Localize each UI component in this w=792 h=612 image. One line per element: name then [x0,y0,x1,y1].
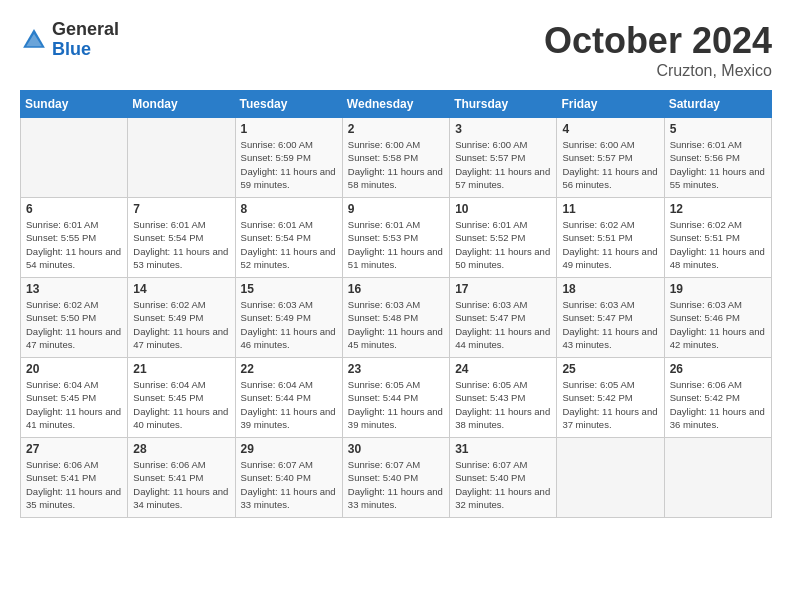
cell-info: Sunrise: 6:07 AMSunset: 5:40 PMDaylight:… [455,458,551,511]
page-header: General Blue October 2024 Cruzton, Mexic… [20,20,772,80]
day-number: 17 [455,282,551,296]
calendar-cell: 13Sunrise: 6:02 AMSunset: 5:50 PMDayligh… [21,278,128,358]
calendar-cell [21,118,128,198]
calendar-cell: 19Sunrise: 6:03 AMSunset: 5:46 PMDayligh… [664,278,771,358]
cell-info: Sunrise: 6:01 AMSunset: 5:56 PMDaylight:… [670,138,766,191]
calendar-cell: 31Sunrise: 6:07 AMSunset: 5:40 PMDayligh… [450,438,557,518]
calendar-cell: 6Sunrise: 6:01 AMSunset: 5:55 PMDaylight… [21,198,128,278]
day-number: 10 [455,202,551,216]
day-number: 4 [562,122,658,136]
header-row: Sunday Monday Tuesday Wednesday Thursday… [21,91,772,118]
calendar-week-5: 27Sunrise: 6:06 AMSunset: 5:41 PMDayligh… [21,438,772,518]
day-number: 21 [133,362,229,376]
calendar-cell: 30Sunrise: 6:07 AMSunset: 5:40 PMDayligh… [342,438,449,518]
cell-info: Sunrise: 6:00 AMSunset: 5:57 PMDaylight:… [455,138,551,191]
calendar-cell: 17Sunrise: 6:03 AMSunset: 5:47 PMDayligh… [450,278,557,358]
cell-info: Sunrise: 6:01 AMSunset: 5:55 PMDaylight:… [26,218,122,271]
cell-info: Sunrise: 6:05 AMSunset: 5:44 PMDaylight:… [348,378,444,431]
day-number: 7 [133,202,229,216]
col-monday: Monday [128,91,235,118]
cell-info: Sunrise: 6:05 AMSunset: 5:42 PMDaylight:… [562,378,658,431]
cell-info: Sunrise: 6:02 AMSunset: 5:49 PMDaylight:… [133,298,229,351]
day-number: 3 [455,122,551,136]
logo-text: General Blue [52,20,119,60]
calendar-cell: 22Sunrise: 6:04 AMSunset: 5:44 PMDayligh… [235,358,342,438]
month-title: October 2024 [544,20,772,62]
day-number: 28 [133,442,229,456]
calendar-cell: 29Sunrise: 6:07 AMSunset: 5:40 PMDayligh… [235,438,342,518]
day-number: 13 [26,282,122,296]
calendar-cell: 18Sunrise: 6:03 AMSunset: 5:47 PMDayligh… [557,278,664,358]
cell-info: Sunrise: 6:01 AMSunset: 5:54 PMDaylight:… [241,218,337,271]
calendar-cell: 23Sunrise: 6:05 AMSunset: 5:44 PMDayligh… [342,358,449,438]
day-number: 19 [670,282,766,296]
day-number: 24 [455,362,551,376]
calendar-cell: 21Sunrise: 6:04 AMSunset: 5:45 PMDayligh… [128,358,235,438]
day-number: 15 [241,282,337,296]
day-number: 14 [133,282,229,296]
day-number: 11 [562,202,658,216]
calendar-week-3: 13Sunrise: 6:02 AMSunset: 5:50 PMDayligh… [21,278,772,358]
col-thursday: Thursday [450,91,557,118]
cell-info: Sunrise: 6:07 AMSunset: 5:40 PMDaylight:… [241,458,337,511]
day-number: 26 [670,362,766,376]
cell-info: Sunrise: 6:03 AMSunset: 5:47 PMDaylight:… [455,298,551,351]
cell-info: Sunrise: 6:04 AMSunset: 5:45 PMDaylight:… [26,378,122,431]
day-number: 8 [241,202,337,216]
calendar-cell: 7Sunrise: 6:01 AMSunset: 5:54 PMDaylight… [128,198,235,278]
calendar-cell: 9Sunrise: 6:01 AMSunset: 5:53 PMDaylight… [342,198,449,278]
calendar-week-4: 20Sunrise: 6:04 AMSunset: 5:45 PMDayligh… [21,358,772,438]
cell-info: Sunrise: 6:02 AMSunset: 5:51 PMDaylight:… [562,218,658,271]
cell-info: Sunrise: 6:00 AMSunset: 5:58 PMDaylight:… [348,138,444,191]
day-number: 20 [26,362,122,376]
cell-info: Sunrise: 6:06 AMSunset: 5:42 PMDaylight:… [670,378,766,431]
calendar-week-1: 1Sunrise: 6:00 AMSunset: 5:59 PMDaylight… [21,118,772,198]
cell-info: Sunrise: 6:06 AMSunset: 5:41 PMDaylight:… [133,458,229,511]
day-number: 12 [670,202,766,216]
calendar-cell: 24Sunrise: 6:05 AMSunset: 5:43 PMDayligh… [450,358,557,438]
day-number: 18 [562,282,658,296]
day-number: 30 [348,442,444,456]
logo-general: General [52,19,119,39]
day-number: 6 [26,202,122,216]
calendar-cell: 10Sunrise: 6:01 AMSunset: 5:52 PMDayligh… [450,198,557,278]
calendar-cell: 1Sunrise: 6:00 AMSunset: 5:59 PMDaylight… [235,118,342,198]
day-number: 22 [241,362,337,376]
calendar-cell: 5Sunrise: 6:01 AMSunset: 5:56 PMDaylight… [664,118,771,198]
cell-info: Sunrise: 6:01 AMSunset: 5:52 PMDaylight:… [455,218,551,271]
cell-info: Sunrise: 6:01 AMSunset: 5:53 PMDaylight:… [348,218,444,271]
calendar-cell [664,438,771,518]
calendar-cell: 16Sunrise: 6:03 AMSunset: 5:48 PMDayligh… [342,278,449,358]
col-saturday: Saturday [664,91,771,118]
cell-info: Sunrise: 6:00 AMSunset: 5:57 PMDaylight:… [562,138,658,191]
calendar-cell: 8Sunrise: 6:01 AMSunset: 5:54 PMDaylight… [235,198,342,278]
calendar-cell: 2Sunrise: 6:00 AMSunset: 5:58 PMDaylight… [342,118,449,198]
day-number: 16 [348,282,444,296]
calendar-table: Sunday Monday Tuesday Wednesday Thursday… [20,90,772,518]
cell-info: Sunrise: 6:00 AMSunset: 5:59 PMDaylight:… [241,138,337,191]
logo-icon [20,26,48,54]
calendar-cell: 11Sunrise: 6:02 AMSunset: 5:51 PMDayligh… [557,198,664,278]
logo: General Blue [20,20,119,60]
day-number: 29 [241,442,337,456]
calendar-cell: 12Sunrise: 6:02 AMSunset: 5:51 PMDayligh… [664,198,771,278]
logo-blue: Blue [52,39,91,59]
day-number: 23 [348,362,444,376]
day-number: 2 [348,122,444,136]
cell-info: Sunrise: 6:03 AMSunset: 5:48 PMDaylight:… [348,298,444,351]
cell-info: Sunrise: 6:05 AMSunset: 5:43 PMDaylight:… [455,378,551,431]
col-sunday: Sunday [21,91,128,118]
cell-info: Sunrise: 6:07 AMSunset: 5:40 PMDaylight:… [348,458,444,511]
cell-info: Sunrise: 6:03 AMSunset: 5:49 PMDaylight:… [241,298,337,351]
day-number: 31 [455,442,551,456]
col-tuesday: Tuesday [235,91,342,118]
calendar-cell: 26Sunrise: 6:06 AMSunset: 5:42 PMDayligh… [664,358,771,438]
cell-info: Sunrise: 6:02 AMSunset: 5:51 PMDaylight:… [670,218,766,271]
calendar-cell: 14Sunrise: 6:02 AMSunset: 5:49 PMDayligh… [128,278,235,358]
calendar-cell: 15Sunrise: 6:03 AMSunset: 5:49 PMDayligh… [235,278,342,358]
calendar-cell: 25Sunrise: 6:05 AMSunset: 5:42 PMDayligh… [557,358,664,438]
location: Cruzton, Mexico [544,62,772,80]
cell-info: Sunrise: 6:03 AMSunset: 5:46 PMDaylight:… [670,298,766,351]
day-number: 27 [26,442,122,456]
cell-info: Sunrise: 6:04 AMSunset: 5:45 PMDaylight:… [133,378,229,431]
